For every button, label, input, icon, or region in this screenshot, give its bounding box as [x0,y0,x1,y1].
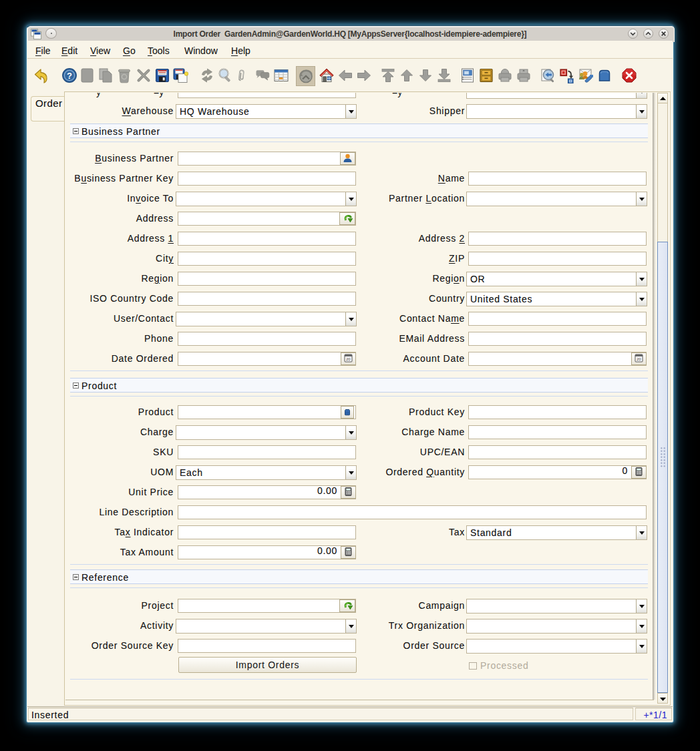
svg-text:20: 20 [637,357,641,361]
svg-text:?: ? [67,71,72,81]
